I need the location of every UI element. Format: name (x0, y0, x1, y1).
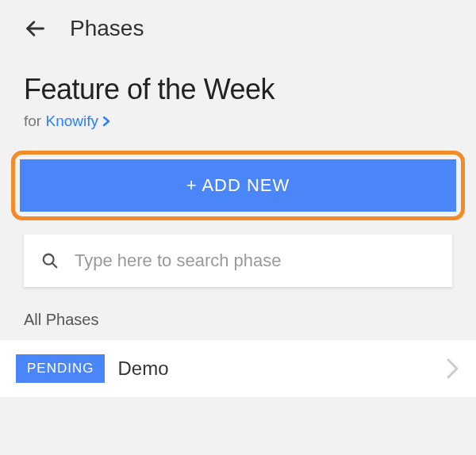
phase-name: Demo (117, 358, 433, 380)
header: Phases (0, 0, 476, 49)
status-badge: PENDING (16, 354, 105, 383)
for-prefix: for (24, 113, 45, 129)
svg-line-2 (52, 263, 57, 268)
chevron-right-icon (446, 357, 460, 380)
all-phases-label: All Phases (0, 287, 476, 340)
search-input[interactable] (75, 250, 435, 271)
back-arrow-icon[interactable] (24, 17, 46, 40)
header-title: Phases (70, 16, 144, 41)
search-icon (41, 252, 59, 270)
search-card (24, 235, 452, 287)
highlight-annotation: + ADD NEW (11, 151, 465, 220)
chevron-right-icon (102, 113, 111, 131)
breadcrumb: for Knowify (24, 113, 452, 131)
phase-row[interactable]: PENDING Demo (0, 340, 476, 397)
add-new-button[interactable]: + ADD NEW (20, 159, 456, 212)
feature-section: Feature of the Week for Knowify (0, 49, 476, 139)
page-title: Feature of the Week (24, 73, 452, 106)
project-link[interactable]: Knowify (45, 113, 111, 129)
project-link-label: Knowify (45, 113, 98, 129)
